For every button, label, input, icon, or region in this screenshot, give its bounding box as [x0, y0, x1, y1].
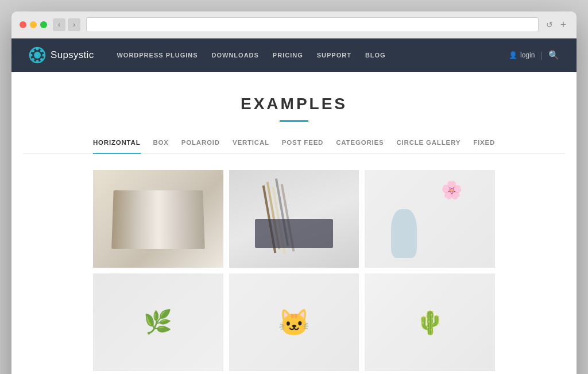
tab-post-feed[interactable]: POST FEED: [282, 139, 323, 154]
svg-point-2: [36, 48, 39, 51]
website-content: Supsystic WORDPRESS PLUGINS DOWNLOADS PR…: [11, 38, 577, 374]
page-title-section: EXAMPLES: [23, 95, 565, 122]
tab-vertical[interactable]: VERTICAL: [233, 139, 269, 154]
site-nav: WORDPRESS PLUGINS DOWNLOADS PRICING SUPP…: [117, 49, 509, 61]
address-bar[interactable]: [86, 17, 539, 32]
main-content: EXAMPLES HORIZONTAL BOX POLAROID VERTICA…: [11, 72, 577, 374]
browser-window: ‹ › ↺ +: [11, 11, 577, 374]
browser-titlebar: ‹ › ↺ +: [11, 11, 577, 38]
tab-horizontal[interactable]: HORIZONTAL: [93, 139, 141, 154]
nav-pricing[interactable]: PRICING: [273, 49, 303, 61]
tab-box[interactable]: BOX: [153, 139, 169, 154]
page-title: EXAMPLES: [23, 95, 565, 113]
gallery-item-pencils[interactable]: [229, 170, 359, 268]
tab-fixed[interactable]: FIXED: [473, 139, 495, 154]
maximize-dot[interactable]: [40, 21, 47, 28]
nav-blog[interactable]: BLOG: [365, 49, 386, 61]
svg-point-3: [36, 60, 39, 63]
gallery-item-cat[interactable]: [229, 273, 359, 371]
svg-point-9: [32, 58, 34, 61]
header-right: 👤 login | 🔍: [509, 50, 559, 60]
svg-point-6: [32, 49, 34, 52]
search-icon: 🔍: [548, 50, 559, 60]
login-label: login: [520, 51, 535, 59]
svg-point-1: [34, 52, 41, 59]
search-button[interactable]: 🔍: [548, 50, 559, 60]
new-tab-button[interactable]: +: [558, 20, 568, 30]
reload-button[interactable]: ↺: [544, 20, 555, 30]
site-header: Supsystic WORDPRESS PLUGINS DOWNLOADS PR…: [11, 38, 577, 72]
logo[interactable]: Supsystic: [29, 47, 94, 64]
gallery-item-flowers[interactable]: [365, 170, 495, 268]
back-button[interactable]: ‹: [53, 18, 65, 31]
gallery-item-leaf[interactable]: [93, 273, 223, 371]
svg-point-5: [42, 54, 45, 57]
gallery-tabs: HORIZONTAL BOX POLAROID VERTICAL POST FE…: [23, 139, 565, 154]
svg-point-8: [40, 49, 43, 52]
browser-actions: ↺ +: [544, 20, 568, 30]
login-link[interactable]: 👤 login: [509, 51, 535, 59]
logo-text: Supsystic: [51, 49, 94, 61]
tab-circle-gallery[interactable]: CIRCLE GALLERY: [396, 139, 461, 154]
user-icon: 👤: [509, 51, 517, 59]
svg-point-4: [30, 54, 33, 57]
close-dot[interactable]: [20, 21, 26, 28]
browser-dots: [20, 21, 47, 28]
minimize-dot[interactable]: [30, 21, 37, 28]
title-underline: [280, 120, 308, 122]
tab-categories[interactable]: CATEGORIES: [336, 139, 384, 154]
logo-icon: [29, 47, 46, 64]
nav-wordpress-plugins[interactable]: WORDPRESS PLUGINS: [117, 49, 198, 61]
header-divider: |: [540, 51, 543, 60]
browser-nav: ‹ ›: [53, 18, 80, 31]
gallery-item-cactus[interactable]: [365, 273, 495, 371]
nav-support[interactable]: SUPPORT: [317, 49, 351, 61]
forward-button[interactable]: ›: [68, 18, 80, 31]
gallery-grid: [93, 170, 495, 371]
svg-point-7: [40, 58, 43, 61]
nav-downloads[interactable]: DOWNLOADS: [212, 49, 259, 61]
tab-polaroid[interactable]: POLAROID: [181, 139, 220, 154]
gallery-item-book[interactable]: [93, 170, 223, 268]
